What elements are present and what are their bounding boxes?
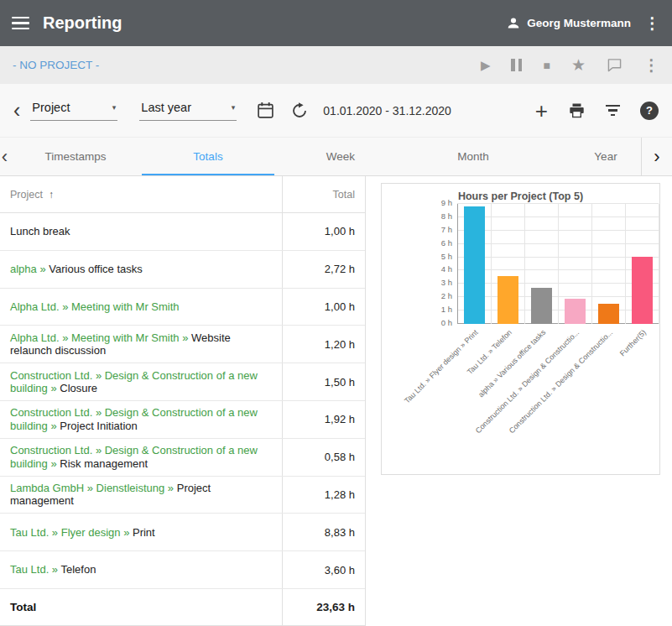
current-project-selector[interactable]: - NO PROJECT - [13,59,99,71]
tab-timestamps[interactable]: Timestamps [9,138,142,175]
tracking-overflow-menu-icon[interactable]: ⋮ [643,57,659,73]
row-total: 1,20 h [282,326,365,363]
grid-line [659,204,659,324]
add-icon[interactable]: + [535,100,548,122]
toolbar-actions: + ? [535,100,659,122]
stop-icon[interactable]: ■ [543,59,550,72]
refresh-icon[interactable] [291,102,308,119]
back-icon[interactable]: ‹ [13,100,20,121]
chart-panel: Hours per Project (Top 5) 0 h1 h2 h3 h4 … [366,176,672,626]
task-label: Project Initiation [60,420,138,432]
report-content: Project ↑ Total Lunch break1,00 halpha »… [0,176,672,626]
row-project: Lambda GmbH » Dienstleistung » Project m… [10,482,262,508]
row-total: 1,92 h [282,401,365,438]
task-label: Closure [60,382,97,394]
filter-icon[interactable] [606,105,620,117]
task-label: Risk management [60,457,148,470]
print-icon[interactable] [568,102,586,119]
y-tick-label: 9 h [424,199,452,207]
chart-bar [497,276,518,324]
chart-bar [531,288,552,324]
app-bar: Reporting Georg Mustermann ⋮ [0,0,672,46]
star-icon[interactable]: ★ [571,55,586,75]
table-row: Tau Ltd. » Telefon3,60 h [0,551,365,589]
project-link[interactable]: Construction Ltd. » Design & Constructio… [10,369,258,395]
project-link[interactable]: alpha » [10,263,49,275]
chart-bar [632,257,653,324]
project-link[interactable]: Alpha Ltd. » Meeting with Mr Smith [10,300,180,313]
page-title: Reporting [43,13,122,33]
project-link[interactable]: Alpha Ltd. » Meeting with Mr Smith » [10,331,191,344]
comment-icon[interactable] [607,58,623,72]
tab-week[interactable]: Week [274,138,407,175]
row-project: Construction Ltd. » Design & Constructio… [10,444,262,470]
column-header-total[interactable]: Total [282,176,365,212]
row-total: 1,50 h [282,363,365,400]
user-menu[interactable]: Georg Mustermann [506,16,631,31]
row-project: Tau Ltd. » Flyer design » Print [10,526,155,540]
table-row: Construction Ltd. » Design & Constructio… [0,439,365,477]
y-tick-label: 2 h [424,292,452,300]
chart-bar [565,299,586,325]
tab-month[interactable]: Month [407,138,539,175]
table-row: Lambda GmbH » Dienstleistung » Project m… [0,477,365,514]
y-tick-label: 1 h [424,305,452,314]
sort-ascending-icon: ↑ [49,189,54,201]
x-axis-label: alpha » Various office tasks [477,328,547,399]
time-range-select[interactable]: Last year ▾ [139,101,237,121]
grid-line [524,204,525,324]
tabs-scroll-right-icon[interactable]: › [641,138,672,175]
help-icon[interactable]: ? [640,102,659,120]
chart-card: Hours per Project (Top 5) 0 h1 h2 h3 h4 … [381,183,660,475]
grid-line [457,204,458,324]
chart-bar [598,304,619,324]
user-icon [506,16,521,31]
grid-line [491,204,492,324]
y-tick-label: 8 h [424,212,452,221]
row-total: 1,00 h [282,213,365,250]
calendar-icon[interactable] [257,102,274,119]
project-link[interactable]: Tau Ltd. » Flyer design » [10,526,133,539]
task-label: Telefon [60,563,96,576]
task-label: Lunch break [10,225,70,237]
row-total: 1,28 h [282,477,365,514]
tabs-scroll-left-icon[interactable]: ‹ [0,138,9,175]
row-project: alpha » Various office tasks [10,263,143,276]
appbar-overflow-menu-icon[interactable]: ⋮ [644,15,660,31]
grid-line [558,204,559,324]
row-project: Construction Ltd. » Design & Constructio… [10,369,262,395]
time-range-value: Last year [141,101,191,114]
hamburger-menu-icon[interactable] [12,17,29,30]
row-total: 3,60 h [282,551,365,588]
chart-plot [457,204,659,324]
row-project: Alpha Ltd. » Meeting with Mr Smith » Web… [10,331,262,357]
chart-x-axis: Tau Ltd. » Flyer design » PrintTau Ltd. … [382,324,659,475]
y-tick-label: 5 h [424,253,452,261]
table-body: Lunch break1,00 halpha » Various office … [0,213,365,589]
table-header: Project ↑ Total [0,176,365,213]
project-link[interactable]: Lambda GmbH » Dienstleistung » [10,482,177,494]
table-row: Tau Ltd. » Flyer design » Print8,83 h [0,514,365,551]
report-tabs-bar: ‹ TimestampsTotalsWeekMonthYear › [0,138,672,176]
date-range-label: 01.01.2020 - 31.12.2020 [323,104,451,117]
y-tick-label: 6 h [424,239,452,248]
group-by-select[interactable]: Project ▾ [30,101,117,121]
y-tick-label: 7 h [424,226,452,234]
row-total: 8,83 h [282,514,365,550]
footer-total: 23,63 h [282,589,365,625]
table-row: Construction Ltd. » Design & Constructio… [0,401,365,439]
play-icon[interactable]: ▶ [481,58,491,73]
table-row: Alpha Ltd. » Meeting with Mr Smith » Web… [0,326,365,363]
row-project: Tau Ltd. » Telefon [10,563,96,576]
row-total: 0,58 h [282,439,365,476]
x-axis-label: Further(5) [618,328,648,357]
pause-icon[interactable] [511,59,522,71]
project-link[interactable]: Tau Ltd. » [10,563,60,576]
table-row: Lunch break1,00 h [0,213,365,251]
row-total: 1,00 h [282,289,365,326]
y-tick-label: 4 h [424,265,452,274]
column-header-project[interactable]: Project ↑ [10,189,54,201]
totals-table: Project ↑ Total Lunch break1,00 halpha »… [0,176,366,626]
project-column-label: Project [10,189,43,201]
tab-totals[interactable]: Totals [142,138,274,175]
